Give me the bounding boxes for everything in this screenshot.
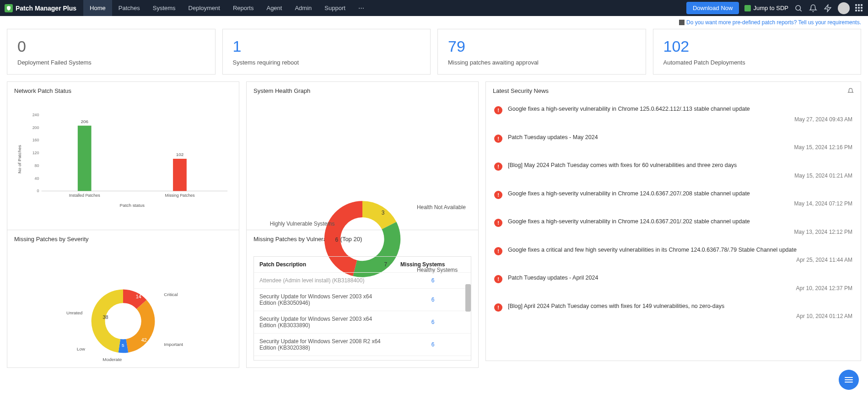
bar-installed[interactable] <box>78 126 92 191</box>
news-item[interactable]: Google fixes a critical and few high sev… <box>486 241 861 269</box>
news-item[interactable]: Patch Tuesday updates - May 2024May 15, … <box>486 128 861 156</box>
svg-text:Low: Low <box>77 346 86 351</box>
svg-text:Highly Vulnerable Systems: Highly Vulnerable Systems <box>270 221 335 227</box>
svg-text:42: 42 <box>141 337 147 343</box>
quick-action-icon[interactable] <box>823 4 832 13</box>
missing-count[interactable]: 6 <box>395 289 471 311</box>
panel-title: Latest Security News <box>486 82 861 100</box>
svg-marker-2 <box>825 5 831 11</box>
missing-count[interactable]: 6 <box>395 334 471 356</box>
stat-label: Systems requiring reboot <box>233 59 421 66</box>
vuln-table-wrap[interactable]: Patch Description Missing Systems Attend… <box>253 256 471 361</box>
svg-text:Critical: Critical <box>164 292 178 297</box>
news-date: May 13, 2024 12:12 PM <box>508 229 852 235</box>
panel-title: System Health Graph <box>247 82 478 100</box>
patch-desc: Security Update for Windows Server 2003 … <box>254 311 395 334</box>
news-date: Apr 10, 2024 12:37 PM <box>508 285 852 291</box>
news-item[interactable]: Google fixes a high-severity vulnerabili… <box>486 184 861 213</box>
svg-text:Missing Patches: Missing Patches <box>165 193 195 198</box>
fab-button[interactable] <box>839 370 859 375</box>
nav-more[interactable]: ⋯ <box>352 0 371 16</box>
missing-count[interactable]: 6 <box>395 356 471 361</box>
stat-value: 79 <box>448 38 636 55</box>
svg-text:Health Not Available: Health Not Available <box>417 204 466 210</box>
vuln-table: Patch Description Missing Systems Attend… <box>254 257 471 361</box>
svg-text:38: 38 <box>102 314 108 320</box>
svg-text:Moderate: Moderate <box>102 357 122 362</box>
dashboard: 0 Deployment Failed Systems 1 Systems re… <box>0 29 868 368</box>
avatar[interactable] <box>838 2 850 14</box>
nav-home[interactable]: Home <box>83 0 112 16</box>
table-scrollbar[interactable] <box>465 284 471 312</box>
apps-icon[interactable] <box>855 4 863 12</box>
patch-desc: Security Update for Windows Server 2008 … <box>254 334 395 356</box>
notification-icon[interactable] <box>809 4 818 13</box>
stat-label: Deployment Failed Systems <box>17 59 205 66</box>
news-list[interactable]: Google fixes a high-severity vulnerabili… <box>486 100 861 361</box>
table-row[interactable]: Security Update for Windows Server 2003 … <box>254 311 471 334</box>
nav-deployment[interactable]: Deployment <box>182 0 226 16</box>
svg-text:6: 6 <box>335 237 339 243</box>
patch-desc: Attendee (Admin level install) (KB318840… <box>254 273 395 289</box>
sub-bar: Do you want more pre-defined patch repor… <box>0 16 868 29</box>
stat-reboot-systems[interactable]: 1 Systems requiring reboot <box>222 29 431 75</box>
news-headline: Patch Tuesday updates - May 2024 <box>508 134 852 142</box>
bell-icon[interactable] <box>847 88 854 94</box>
table-row[interactable]: Security Update for Windows Server 2008 … <box>254 334 471 356</box>
svg-text:200: 200 <box>32 125 39 130</box>
news-item[interactable]: Google fixes a high-severity vulnerabili… <box>486 100 861 128</box>
y-axis-label: No of Patches <box>17 145 22 173</box>
news-headline: [Blog] April 2024 Patch Tuesday comes wi… <box>508 302 852 311</box>
table-row[interactable]: Security Update for Windows Server 2003 … <box>254 289 471 311</box>
slice-important[interactable] <box>126 300 155 352</box>
svg-text:3: 3 <box>382 210 385 216</box>
search-icon[interactable] <box>794 4 803 13</box>
panel-title: Network Patch Status <box>7 82 239 100</box>
missing-count[interactable]: 6 <box>395 311 471 334</box>
sdp-icon <box>744 5 751 11</box>
news-headline: Patch Tuesday updates - April 2024 <box>508 274 852 282</box>
stat-automated-deployments[interactable]: 102 Automated Patch Deployments <box>653 29 862 75</box>
slice-unrated[interactable] <box>92 290 123 353</box>
svg-text:5: 5 <box>122 343 124 348</box>
reports-feedback-link[interactable]: Do you want more pre-defined patch repor… <box>686 19 861 26</box>
news-headline: [Blog] May 2024 Patch Tuesday comes with… <box>508 162 852 170</box>
nav-reports[interactable]: Reports <box>226 0 260 16</box>
nav-patches[interactable]: Patches <box>112 0 146 16</box>
news-date: Apr 10, 2024 01:12 AM <box>508 313 852 319</box>
bar-missing[interactable] <box>173 159 187 191</box>
nav-support[interactable]: Support <box>318 0 352 16</box>
stat-missing-approval[interactable]: 79 Missing patches awaiting approval <box>437 29 646 75</box>
alert-icon <box>494 303 502 312</box>
nav-agent[interactable]: Agent <box>260 0 288 16</box>
app-logo[interactable]: Patch Manager Plus <box>5 4 76 12</box>
table-row[interactable]: Security Update for Windows Server 2003 … <box>254 356 471 361</box>
news-date: Apr 25, 2024 11:44 AM <box>508 257 852 263</box>
missing-count[interactable]: 6 <box>395 273 471 289</box>
svg-text:Unrated: Unrated <box>66 310 82 315</box>
nav-systems[interactable]: Systems <box>146 0 182 16</box>
news-item[interactable]: Patch Tuesday updates - April 2024Apr 10… <box>486 269 861 297</box>
patch-desc: Security Update for Windows Server 2003 … <box>254 356 395 361</box>
svg-text:40: 40 <box>35 176 39 181</box>
security-news-panel: Latest Security News Google fixes a high… <box>485 81 861 361</box>
download-button[interactable]: Download Now <box>686 2 739 14</box>
alert-icon <box>494 135 502 143</box>
news-item[interactable]: [Blog] April 2024 Patch Tuesday comes wi… <box>486 297 861 325</box>
news-item[interactable]: Google fixes a high-severity vulnerabili… <box>486 212 861 241</box>
news-date: May 15, 2024 12:16 PM <box>508 144 852 151</box>
alert-icon <box>494 275 502 283</box>
news-date: May 15, 2024 01:21 AM <box>508 173 852 179</box>
shield-icon <box>5 4 13 12</box>
table-row[interactable]: Attendee (Admin level install) (KB318840… <box>254 273 471 289</box>
jump-sdp-link[interactable]: Jump to SDP <box>744 5 788 11</box>
svg-text:160: 160 <box>32 138 39 142</box>
svg-text:240: 240 <box>32 113 39 117</box>
severity-panel: Missing Patches by Severity 14 42 5 38 C… <box>7 230 239 368</box>
news-date: May 14, 2024 07:12 PM <box>508 200 852 207</box>
stat-failed-systems[interactable]: 0 Deployment Failed Systems <box>7 29 216 75</box>
alert-icon <box>494 247 502 255</box>
svg-text:102: 102 <box>176 152 184 157</box>
nav-admin[interactable]: Admin <box>288 0 318 16</box>
news-item[interactable]: [Blog] May 2024 Patch Tuesday comes with… <box>486 156 861 184</box>
